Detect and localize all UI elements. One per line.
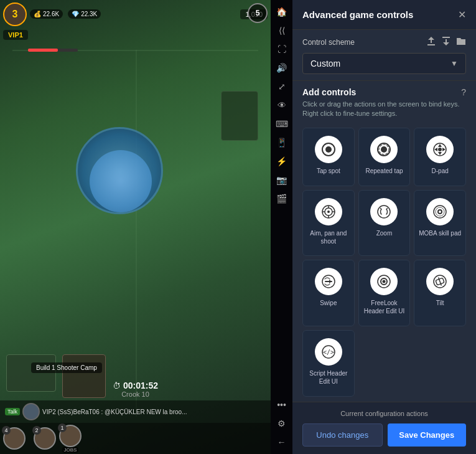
footer-buttons: Undo changes Save Changes [302, 423, 466, 447]
save-button[interactable]: Save Changes [388, 423, 467, 447]
score-badge: 5 [248, 3, 268, 23]
controls-grid: Tap spot Repeated tap [292, 123, 476, 402]
svg-point-5 [381, 146, 387, 153]
help-icon[interactable]: ? [461, 87, 466, 97]
expand-icon[interactable]: ⟨⟨ [273, 22, 291, 39]
svg-point-3 [325, 146, 332, 153]
swipe-label: Swipe [320, 299, 337, 307]
dropdown-value: Custom [310, 59, 340, 69]
camera-icon[interactable]: 📷 [273, 171, 291, 189]
svg-point-19 [327, 210, 330, 213]
vip-label: VIP1 [3, 30, 28, 40]
aim-label: Aim, pan and shoot [307, 229, 350, 245]
aim-icon [315, 198, 342, 225]
moba-label: MOBA skill pad [419, 229, 461, 237]
control-repeated-tap[interactable]: Repeated tap [358, 128, 411, 186]
close-button[interactable]: ✕ [458, 9, 466, 21]
more-icon[interactable]: ••• [273, 396, 291, 414]
panel-footer: Current configuration actions Undo chang… [292, 402, 476, 454]
zoom-icon [370, 198, 398, 225]
game-top-bar: 3 💰 22.6K 💎 22.3K 1,010 [0, 0, 271, 28]
bottom-bar: 4 2 1 JOBS [0, 423, 271, 454]
freelook-icon [370, 268, 398, 295]
add-controls-section: Add controls ? Click or drag the actions… [292, 81, 476, 123]
fullscreen-icon[interactable]: ⛶ [273, 40, 291, 58]
control-dpad[interactable]: D-pad [414, 128, 466, 186]
control-script[interactable]: </> Script Header Edit UI [302, 330, 355, 397]
control-tap-spot[interactable]: Tap spot [302, 128, 355, 186]
script-icon: </> [315, 338, 342, 366]
tap-spot-label: Tap spot [317, 167, 340, 175]
svg-point-12 [438, 148, 442, 151]
import-button[interactable] [441, 36, 451, 48]
svg-point-31 [383, 280, 386, 283]
control-scheme-section: Control scheme Custom ▼ [292, 30, 476, 81]
svg-point-20 [378, 206, 390, 218]
gems-stat: 💎 22.3K [68, 9, 101, 19]
volume-icon[interactable]: 🔊 [273, 59, 291, 77]
repeated-tap-label: Repeated tap [365, 167, 403, 175]
control-aim[interactable]: Aim, pan and shoot [302, 190, 355, 257]
settings-icon[interactable]: ⚙ [273, 415, 291, 432]
right-panel: Advanced game controls ✕ Control scheme … [292, 0, 476, 454]
dpad-label: D-pad [432, 167, 449, 175]
moba-icon [426, 198, 454, 225]
export-button[interactable] [426, 36, 436, 48]
control-freelook[interactable]: FreeLook Header Edit UI [358, 260, 411, 326]
left-toolbar: 🏠 ⟨⟨ ⛶ 🔊 ⤢ 👁 ⌨ 📱 ⚡ 📷 🎬 ••• ⚙ ← [271, 0, 292, 454]
video-icon[interactable]: 🎬 [273, 190, 291, 207]
eye-icon[interactable]: 👁 [273, 97, 291, 114]
panel-title: Advanced game controls [302, 9, 413, 20]
scheme-dropdown[interactable]: Custom ▼ [302, 53, 466, 74]
freelook-label: FreeLook Header Edit UI [363, 299, 406, 315]
timer-display: ⏱ 00:01:52 Crook 10 [113, 381, 158, 398]
panel-header: Advanced game controls ✕ [292, 0, 476, 30]
chevron-down-icon: ▼ [450, 59, 458, 68]
script-label: Script Header Edit UI [307, 369, 350, 385]
resize-icon[interactable]: ⤢ [273, 78, 291, 95]
bottom-item-4: 4 [3, 427, 26, 450]
swipe-icon [315, 268, 342, 295]
bottom-item-3: 1 JOBS [59, 425, 82, 453]
phone-icon[interactable]: 📱 [273, 134, 291, 151]
undo-button[interactable]: Undo changes [302, 423, 383, 447]
control-moba[interactable]: MOBA skill pad [414, 190, 466, 257]
repeated-tap-icon [370, 136, 398, 163]
scheme-label-text: Control scheme [302, 38, 355, 47]
bottom-item-2: 2 [34, 427, 56, 450]
avatar: 3 [3, 2, 27, 26]
keyboard-icon[interactable]: ⌨ [273, 115, 291, 133]
dpad-icon [426, 136, 454, 163]
home-icon[interactable]: 🏠 [273, 3, 291, 21]
control-zoom[interactable]: Zoom [358, 190, 411, 257]
zoom-label: Zoom [376, 229, 393, 237]
control-swipe[interactable]: Swipe [302, 260, 355, 326]
control-tilt[interactable]: Tilt [414, 260, 466, 326]
folder-button[interactable] [456, 36, 466, 48]
config-label: Current configuration actions [302, 410, 466, 417]
boost-icon[interactable]: ⚡ [273, 153, 291, 170]
chat-bar: Talk VIP2 (SsS)BeRaT06 : @KÜÇÜKLER NEW l… [0, 400, 271, 423]
tap-spot-icon [315, 136, 342, 163]
add-controls-title: Add controls [302, 87, 356, 97]
notification: Build 1 Shooter Camp [31, 362, 102, 373]
tilt-label: Tilt [436, 299, 444, 307]
back-icon[interactable]: ← [273, 433, 291, 451]
tilt-icon [426, 268, 454, 295]
add-controls-description: Click or drag the actions on the screen … [302, 100, 466, 119]
gold-stat: 💰 22.6K [30, 9, 63, 19]
svg-rect-0 [427, 44, 435, 45]
svg-point-26 [439, 210, 441, 213]
svg-text:</>: </> [323, 349, 334, 356]
svg-rect-1 [442, 37, 450, 38]
game-area: 3 💰 22.6K 💎 22.3K 1,010 VIP1 5 [0, 0, 271, 454]
